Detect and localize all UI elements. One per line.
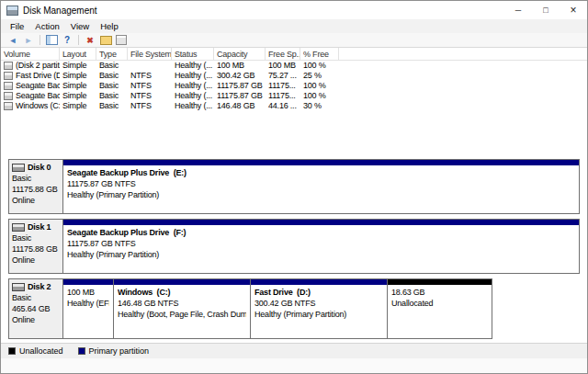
toolbar: ◄ ► ? ✖ bbox=[1, 33, 587, 48]
partition-block-d[interactable]: Fast Drive (D:) 300.42 GB NTFS Healthy (… bbox=[250, 278, 388, 339]
partition-title: Fast Drive (D:) bbox=[254, 287, 383, 298]
column-header-filler bbox=[339, 48, 587, 61]
primary-partition-stripe bbox=[114, 279, 250, 286]
legend-bar: Unallocated Primary partition bbox=[1, 343, 587, 358]
cell-pct-free: 100 % bbox=[300, 91, 339, 101]
volume-row-windows-c[interactable]: Windows (C:) Simple Basic NTFS Healthy (… bbox=[1, 101, 587, 111]
window-bottom-strip bbox=[1, 358, 587, 373]
disk-name: Disk 1 bbox=[28, 221, 51, 232]
column-header-layout[interactable]: Layout bbox=[60, 48, 96, 61]
cell-capacity: 300.42 GB bbox=[214, 71, 266, 81]
cell-layout: Simple bbox=[60, 71, 96, 81]
back-icon[interactable]: ◄ bbox=[6, 34, 19, 46]
partition-block-e[interactable]: Seagate Backup Plus Drive (E:) 11175.87 … bbox=[62, 159, 580, 214]
cell-volume: Windows (C:) bbox=[16, 101, 60, 111]
cell-capacity: 11175.87 GB bbox=[214, 91, 266, 101]
volume-row-disk2-partition[interactable]: (Disk 2 partition... Simple Basic Health… bbox=[1, 61, 587, 71]
cell-file-system: NTFS bbox=[128, 101, 172, 111]
partition-unallocated[interactable]: 18.63 GB Unallocated bbox=[387, 278, 492, 339]
cell-free-space: 11175... bbox=[266, 91, 300, 101]
cell-capacity: 11175.87 GB bbox=[214, 81, 266, 91]
column-header-volume[interactable]: Volume bbox=[1, 48, 60, 61]
menu-action[interactable]: Action bbox=[29, 21, 64, 31]
toolbar-separator bbox=[78, 35, 79, 45]
partition-block-c[interactable]: Windows (C:) 146.48 GB NTFS Healthy (Boo… bbox=[113, 278, 251, 339]
forward-icon[interactable]: ► bbox=[22, 34, 35, 46]
disk-row-0: Disk 0 Basic 11175.88 GB Online Seagate … bbox=[8, 159, 580, 214]
volume-table-header: Volume Layout Type File System Status Ca… bbox=[1, 48, 587, 61]
disk-icon bbox=[12, 223, 25, 232]
properties-icon[interactable] bbox=[116, 35, 127, 45]
open-folder-icon[interactable] bbox=[100, 36, 112, 45]
volume-icon bbox=[4, 72, 13, 80]
column-header-pct-free[interactable]: % Free bbox=[300, 48, 339, 61]
volume-row-seagate-f[interactable]: Seagate Backup... Simple Basic NTFS Heal… bbox=[1, 91, 587, 101]
disk-management-window: Disk Management ─ □ × File Action View H… bbox=[0, 0, 588, 374]
cell-file-system: NTFS bbox=[128, 81, 172, 91]
cell-free-space: 75.27 ... bbox=[266, 71, 300, 81]
cell-type: Basic bbox=[96, 101, 128, 111]
help-icon[interactable]: ? bbox=[61, 34, 74, 46]
volume-row-seagate-e[interactable]: Seagate Backup... Simple Basic NTFS Heal… bbox=[1, 81, 587, 91]
delete-volume-icon[interactable]: ✖ bbox=[84, 34, 96, 46]
partition-efi[interactable]: 100 MB Healthy (EFI Sy bbox=[62, 278, 114, 339]
partition-title: Seagate Backup Plus Drive (F:) bbox=[67, 227, 575, 238]
cell-free-space: 100 MB bbox=[266, 61, 300, 71]
disk-name: Disk 0 bbox=[28, 162, 51, 173]
window-title: Disk Management bbox=[23, 6, 504, 16]
cell-type: Basic bbox=[96, 61, 128, 71]
primary-partition-swatch-icon bbox=[78, 347, 85, 355]
titlebar: Disk Management ─ □ × bbox=[1, 1, 587, 19]
menubar: File Action View Help bbox=[1, 19, 587, 33]
volume-row-fast-drive[interactable]: Fast Drive (D:) Simple Basic NTFS Health… bbox=[1, 71, 587, 81]
partition-size: 11175.87 GB NTFS bbox=[67, 178, 575, 189]
column-header-status[interactable]: Status bbox=[172, 48, 214, 61]
partition-status: Healthy (Primary Partition) bbox=[254, 309, 383, 320]
cell-free-space: 44.16 ... bbox=[266, 101, 300, 111]
cell-status: Healthy (... bbox=[172, 101, 214, 111]
console-tree-icon[interactable] bbox=[46, 35, 58, 45]
close-button[interactable]: × bbox=[560, 1, 587, 19]
volume-icon bbox=[4, 62, 13, 70]
minimize-button[interactable]: ─ bbox=[504, 1, 532, 19]
cell-volume: Seagate Backup... bbox=[16, 91, 60, 101]
cell-status: Healthy (... bbox=[172, 61, 214, 71]
disk-status: Online bbox=[12, 255, 60, 266]
column-header-type[interactable]: Type bbox=[96, 48, 128, 61]
partition-block-f[interactable]: Seagate Backup Plus Drive (F:) 11175.87 … bbox=[62, 219, 580, 274]
volume-icon bbox=[4, 92, 13, 100]
column-header-file-system[interactable]: File System bbox=[128, 48, 172, 61]
cell-status: Healthy (... bbox=[172, 91, 214, 101]
cell-type: Basic bbox=[96, 81, 128, 91]
app-icon bbox=[6, 6, 18, 16]
disk-2-label[interactable]: Disk 2 Basic 465.64 GB Online bbox=[8, 278, 63, 339]
disk-size: 465.64 GB bbox=[12, 303, 60, 314]
primary-partition-stripe bbox=[63, 160, 579, 166]
disk-icon bbox=[12, 283, 25, 291]
cell-status: Healthy (... bbox=[172, 71, 214, 81]
disk-type: Basic bbox=[12, 292, 60, 303]
partition-status: Healthy (Boot, Page File, Crash Dump, Pr… bbox=[118, 309, 246, 320]
disk-row-1: Disk 1 Basic 11175.88 GB Online Seagate … bbox=[8, 219, 580, 274]
partition-size: 146.48 GB NTFS bbox=[118, 298, 246, 309]
disk-name: Disk 2 bbox=[28, 281, 51, 292]
menu-help[interactable]: Help bbox=[95, 21, 124, 31]
menu-view[interactable]: View bbox=[65, 21, 95, 31]
toolbar-separator bbox=[40, 35, 40, 45]
maximize-button[interactable]: □ bbox=[532, 1, 560, 19]
cell-volume: Seagate Backup... bbox=[16, 81, 60, 91]
graphical-view-pane: Disk 0 Basic 11175.88 GB Online Seagate … bbox=[1, 156, 587, 343]
column-header-free-space[interactable]: Free Sp... bbox=[266, 48, 300, 61]
cell-layout: Simple bbox=[60, 61, 96, 71]
disk-type: Basic bbox=[12, 173, 60, 184]
disk-size: 11175.88 GB bbox=[12, 184, 60, 195]
disk-0-label[interactable]: Disk 0 Basic 11175.88 GB Online bbox=[8, 159, 63, 214]
primary-partition-stripe bbox=[63, 220, 579, 226]
volume-list-pane: Volume Layout Type File System Status Ca… bbox=[1, 48, 587, 156]
disk-1-label[interactable]: Disk 1 Basic 11175.88 GB Online bbox=[8, 219, 63, 274]
cell-capacity: 146.48 GB bbox=[214, 101, 266, 111]
cell-volume: Fast Drive (D:) bbox=[16, 71, 60, 81]
menu-file[interactable]: File bbox=[5, 21, 29, 31]
column-header-capacity[interactable]: Capacity bbox=[214, 48, 266, 61]
primary-partition-stripe bbox=[63, 279, 113, 286]
